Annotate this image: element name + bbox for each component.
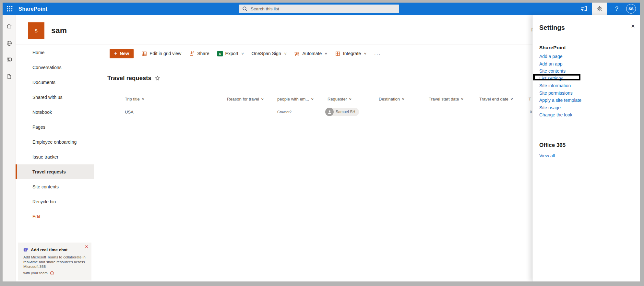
sidebar-item-site-contents[interactable]: Site contents [16,179,94,194]
sidebar-item-pages[interactable]: Pages [16,120,94,135]
sidebar-item-documents[interactable]: Documents [16,75,94,90]
teams-icon: T [23,247,29,253]
chevron-down-icon [284,52,287,55]
sharepoint-app: SharePoint [3,3,640,281]
onespan-sign-button[interactable]: OneSpan Sign [252,51,287,56]
site-name[interactable]: sam [51,26,67,35]
rail-sites-button[interactable] [3,37,16,50]
settings-panel-title: Settings [539,24,565,31]
app-rail [3,15,16,281]
grid-icon [141,51,147,56]
share-label: Share [197,51,209,56]
sidebar-item-issue-tracker[interactable]: Issue tracker [16,149,94,164]
settings-panel: Settings × SharePoint Add a page Add an … [532,15,640,281]
star-outline-icon[interactable] [155,76,160,81]
search-input[interactable] [251,6,396,11]
chevron-down-icon [325,52,328,55]
column-header-destination[interactable]: Destination [379,93,404,105]
column-header-reason-for-travel[interactable]: Reason for travel [227,93,264,105]
sidebar: Home Conversations Documents Shared with… [16,44,94,281]
teaser-close-icon[interactable]: × [85,244,88,249]
column-header-travel-end-date[interactable]: Travel end date [479,93,513,105]
onespan-sign-label: OneSpan Sign [252,51,281,56]
account-avatar[interactable]: SS [624,3,638,15]
waffle-icon [6,5,13,12]
edit-in-grid-view-label: Edit in grid view [149,51,181,56]
automate-label: Automate [302,51,322,56]
settings-link-add-a-page[interactable]: Add a page [539,53,581,60]
cell-people-with-em: Crawler2 [277,105,292,119]
plus-icon: + [114,51,117,56]
settings-link-site-information[interactable]: Site information [539,82,581,89]
settings-link-change-the-look[interactable]: Change the look [539,111,581,119]
panel-divider [539,133,634,133]
export-button[interactable]: x Export [217,51,244,56]
suite-bar: SharePoint [3,3,640,15]
chevron-down-icon [364,52,367,55]
app-launcher-waffle-icon[interactable] [5,4,14,13]
chevron-down-icon [510,97,513,101]
settings-link-apply-a-site-template[interactable]: Apply a site template [539,97,581,104]
sidebar-item-home[interactable]: Home [16,45,94,60]
settings-link-site-permissions[interactable]: Site permissions [539,89,581,97]
sidebar-item-employee-onboarding[interactable]: Employee onboarding [16,135,94,149]
chevron-down-icon [349,97,352,101]
integrate-button[interactable]: Integrate [335,51,366,56]
column-header-people-with-em[interactable]: people with em... [277,93,314,105]
settings-link-list-settings[interactable]: List settings [539,75,581,82]
column-header-clipped[interactable]: T [529,93,531,105]
edit-in-grid-view-button[interactable]: Edit in grid view [141,51,181,56]
integrate-label: Integrate [343,51,361,56]
automate-button[interactable]: Automate [294,51,327,56]
column-header-trip-title[interactable]: Trip title [125,93,144,105]
chevron-down-icon [141,97,145,101]
list-title-row: Travel requests [107,75,160,82]
sidebar-item-notebook[interactable]: Notebook [16,105,94,120]
cell-requester: Samuel SH [325,105,359,119]
settings-link-site-contents[interactable]: Site contents [539,67,581,75]
sidebar-item-travel-requests[interactable]: Travel requests [16,164,94,179]
search-box[interactable] [239,5,399,13]
automate-icon [294,51,300,56]
site-logo[interactable]: s [28,22,44,39]
person-pill[interactable]: Samuel SH [325,108,359,116]
settings-link-view-all[interactable]: View all [539,153,555,158]
settings-link-add-an-app[interactable]: Add an app [539,60,581,68]
column-header-requester[interactable]: Requester [328,93,352,105]
announcement-button[interactable] [577,3,590,15]
new-button[interactable]: + New [110,49,134,58]
rail-news-button[interactable] [3,53,16,66]
chevron-down-icon [311,97,314,101]
chevron-down-icon [241,52,244,55]
sidebar-item-conversations[interactable]: Conversations [16,60,94,75]
megaphone-icon [580,6,588,12]
chevron-down-icon [461,97,464,101]
close-icon[interactable]: × [631,22,635,30]
more-commands-button[interactable]: ··· [374,51,381,56]
share-button[interactable]: Share [189,51,209,56]
help-button[interactable]: ? [611,3,623,15]
command-bar: + New Edit in grid view [110,49,381,58]
app-title[interactable]: SharePoint [18,3,47,15]
integrate-icon [335,51,340,56]
rail-home-button[interactable] [3,19,16,32]
screen-frame: SharePoint [0,0,644,286]
column-header-travel-start-date[interactable]: Travel start date [429,93,463,105]
person-avatar-icon [325,108,334,116]
sidebar-item-recycle-bin[interactable]: Recycle bin [16,194,94,209]
info-icon[interactable] [50,271,54,275]
list-title: Travel requests [107,75,151,82]
rail-documents-button[interactable] [3,70,16,83]
home-icon [6,23,12,29]
person-name: Samuel SH [336,110,355,114]
sidebar-item-edit[interactable]: Edit [16,209,94,224]
office365-section-heading: Office 365 [539,142,566,149]
cell-trip-title[interactable]: USA [125,105,134,119]
settings-gear-button[interactable] [592,3,607,15]
teaser-title: Add real-time chat [31,247,67,252]
teaser-footer-text: with your team. [23,271,49,275]
chevron-down-icon [261,97,264,101]
settings-link-site-usage[interactable]: Site usage [539,104,581,112]
sidebar-item-shared-with-us[interactable]: Shared with us [16,90,94,105]
cell-clipped-value: 0 [530,105,532,119]
